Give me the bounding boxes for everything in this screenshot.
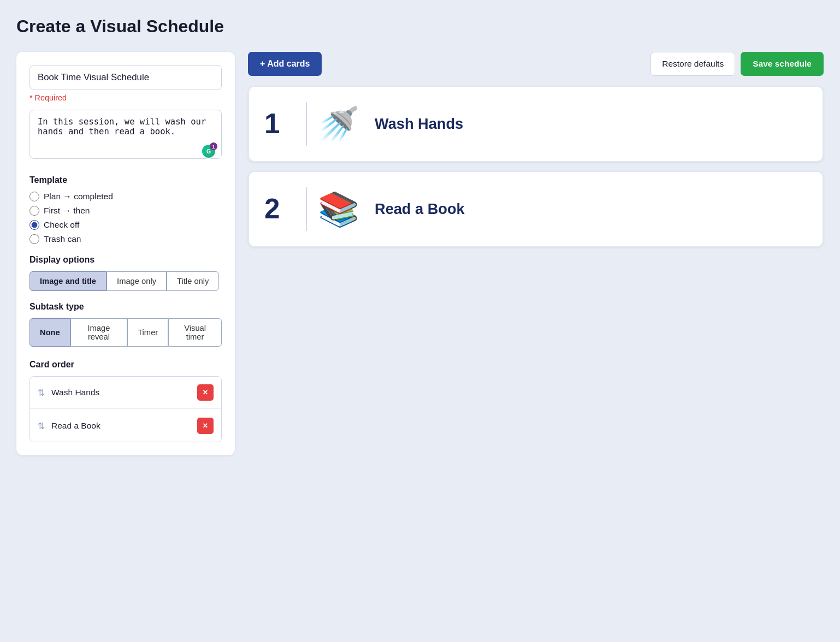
- display-options-title: Display options: [29, 255, 222, 265]
- card-order-item: ⇅ Wash Hands ×: [30, 377, 221, 409]
- description-textarea[interactable]: In this session, we will wash our hands …: [29, 110, 222, 159]
- template-radio-check-off[interactable]: [29, 220, 39, 230]
- remove-read-button[interactable]: ×: [197, 418, 214, 434]
- template-radio-plan[interactable]: [29, 192, 39, 201]
- grammarly-count: 1: [210, 142, 217, 150]
- schedule-title-input[interactable]: [29, 65, 222, 90]
- card-order-title: Card order: [29, 360, 222, 370]
- schedule-card-2: 2 📚 Read a Book: [248, 171, 824, 247]
- sort-icon[interactable]: ⇅: [38, 388, 45, 398]
- card-divider: [306, 187, 307, 231]
- left-panel: * Required In this session, we will wash…: [16, 52, 235, 455]
- card-order-label-read: Read a Book: [51, 421, 191, 431]
- grammarly-badge: G 1: [201, 144, 216, 159]
- display-btn-title-only[interactable]: Title only: [167, 271, 219, 291]
- right-toolbar: + Add cards Restore defaults Save schedu…: [248, 52, 824, 76]
- template-options: Plan → completed First → then Check off …: [29, 192, 222, 244]
- subtask-btn-none[interactable]: None: [29, 318, 70, 347]
- display-btn-image-title[interactable]: Image and title: [29, 271, 107, 291]
- required-label: * Required: [29, 93, 222, 102]
- description-wrapper: In this session, we will wash our hands …: [29, 110, 222, 164]
- template-radio-trash-can[interactable]: [29, 234, 39, 244]
- card-order-list: ⇅ Wash Hands × ⇅ Read a Book ×: [29, 376, 222, 442]
- subtask-btn-visual-timer[interactable]: Visual timer: [168, 318, 222, 347]
- card-order-label-wash: Wash Hands: [51, 388, 191, 397]
- display-options-group: Image and title Image only Title only: [29, 271, 222, 291]
- card-label-read: Read a Book: [375, 200, 465, 218]
- template-radio-first-then[interactable]: [29, 206, 39, 216]
- display-btn-image-only[interactable]: Image only: [107, 271, 167, 291]
- subtask-section-title: Subtask type: [29, 302, 222, 312]
- template-label-check-off: Check off: [44, 220, 79, 230]
- toolbar-right: Restore defaults Save schedule: [650, 52, 824, 76]
- template-option-trash-can[interactable]: Trash can: [29, 234, 222, 244]
- subtask-btn-image-reveal[interactable]: Image reveal: [70, 318, 127, 347]
- right-panel: + Add cards Restore defaults Save schedu…: [248, 52, 824, 247]
- card-divider: [306, 102, 307, 146]
- template-label-first-then: First → then: [44, 206, 90, 216]
- template-label-trash-can: Trash can: [44, 234, 81, 244]
- template-option-check-off[interactable]: Check off: [29, 220, 222, 230]
- card-order-item: ⇅ Read a Book ×: [30, 410, 221, 442]
- restore-defaults-button[interactable]: Restore defaults: [650, 52, 735, 76]
- template-option-first-then[interactable]: First → then: [29, 206, 222, 216]
- page-title: Create a Visual Schedule: [16, 16, 824, 37]
- save-schedule-button[interactable]: Save schedule: [741, 52, 824, 76]
- template-section-title: Template: [29, 175, 222, 185]
- read-book-icon: 📚: [318, 193, 359, 226]
- subtask-options-group: None Image reveal Timer Visual timer: [29, 318, 222, 347]
- template-label-plan: Plan → completed: [44, 192, 113, 201]
- card-number-1: 1: [264, 110, 295, 138]
- subtask-btn-timer[interactable]: Timer: [127, 318, 168, 347]
- sort-icon[interactable]: ⇅: [38, 421, 45, 431]
- schedule-card-1: 1 🚿 Wash Hands: [248, 86, 824, 162]
- card-label-wash: Wash Hands: [375, 115, 463, 133]
- add-cards-button[interactable]: + Add cards: [248, 52, 322, 76]
- schedule-cards: 1 🚿 Wash Hands 2 📚 Read a Book: [248, 86, 824, 247]
- remove-wash-button[interactable]: ×: [197, 384, 214, 401]
- template-option-plan[interactable]: Plan → completed: [29, 192, 222, 201]
- wash-hands-icon: 🚿: [318, 108, 359, 141]
- card-number-2: 2: [264, 195, 295, 223]
